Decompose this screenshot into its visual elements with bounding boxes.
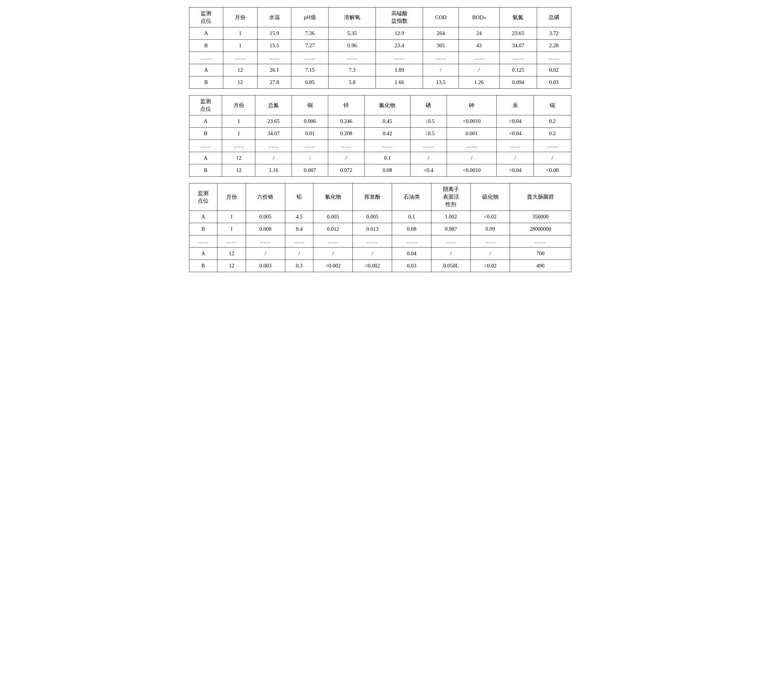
table-cell: 2.28 bbox=[537, 40, 571, 52]
table-cell: …… bbox=[423, 52, 459, 64]
table-cell: 0.2 bbox=[534, 128, 571, 140]
table-cell: <0.04 bbox=[497, 164, 534, 177]
table-cell: 0.003 bbox=[246, 260, 285, 272]
table-cell: 5.8 bbox=[329, 77, 376, 89]
table-cell: 0.987 bbox=[431, 223, 471, 235]
table-cell: 7.27 bbox=[291, 40, 329, 52]
table-header-cell: 监测点位 bbox=[189, 8, 223, 27]
table-row: A123.650.0060.2460.45〈0.5<0.0010<0.040.2 bbox=[189, 116, 571, 128]
table-cell: A bbox=[189, 116, 222, 128]
table-cell: …… bbox=[257, 52, 291, 64]
table-cell: 12 bbox=[223, 64, 257, 77]
table-cell: 1 bbox=[218, 211, 246, 223]
table-header-cell: 月份 bbox=[218, 183, 246, 211]
table-cell: <0.4 bbox=[411, 164, 447, 177]
table-cell: …… bbox=[189, 235, 218, 248]
table-cell: …… bbox=[218, 235, 246, 248]
table-header-cell: 硒 bbox=[411, 95, 447, 116]
table-cell: A bbox=[189, 27, 223, 40]
table-cell: 0.01 bbox=[292, 128, 328, 140]
table-cell: 0.04 bbox=[392, 248, 431, 260]
table-header-cell: 锌 bbox=[328, 95, 364, 116]
table-cell: 23.65 bbox=[500, 27, 537, 40]
table-cell: <0.04 bbox=[497, 116, 534, 128]
table-cell: …… bbox=[222, 140, 255, 152]
table-cell: 〈0.5 bbox=[411, 116, 447, 128]
table-cell: / bbox=[497, 152, 534, 164]
table-cell: 1.66 bbox=[376, 77, 423, 89]
table-cell: 〈0.5 bbox=[411, 128, 447, 140]
table-header-cell: 氰化物 bbox=[313, 183, 353, 211]
table-row: B134.070.010.2080.42〈0.50.001<0.040.2 bbox=[189, 128, 571, 140]
table-cell: 0.42 bbox=[364, 128, 410, 140]
table-cell: / bbox=[471, 248, 510, 260]
table2: 监测点位月份总氮铜锌氟化物硒砷汞镉A123.650.0060.2460.45〈0… bbox=[189, 95, 571, 177]
table-cell: 26.1 bbox=[257, 64, 291, 77]
table-cell: 1.89 bbox=[376, 64, 423, 77]
table-row: A10.0054.50.0050.0050.11.002<0.02350000 bbox=[189, 211, 571, 223]
table-cell: …… bbox=[291, 52, 329, 64]
table-row: A115.97.365.3512.92642423.653.72 bbox=[189, 27, 571, 40]
table-row: A1226.17.157.31.89//0.1250.02 bbox=[189, 64, 571, 77]
table-cell: 0.3 bbox=[285, 260, 313, 272]
table-cell: …… bbox=[392, 235, 431, 248]
table-cell: 24 bbox=[458, 27, 499, 40]
table-cell: …… bbox=[447, 140, 496, 152]
table-cell: 23.65 bbox=[255, 116, 292, 128]
table-cell: 0.08 bbox=[364, 164, 410, 177]
table-cell: A bbox=[189, 64, 223, 77]
table-cell: 1.16 bbox=[255, 164, 292, 177]
table-header-cell: 铅 bbox=[285, 183, 313, 211]
table3: 监测点位月份六价铬铅氰化物挥发酚石油类阴离子表面活性剂硫化物粪大肠菌群A10.0… bbox=[189, 183, 571, 272]
table-cell: 0.45 bbox=[364, 116, 410, 128]
table-header-cell: 硫化物 bbox=[471, 183, 510, 211]
table-cell: 1 bbox=[222, 116, 255, 128]
table-cell: / bbox=[423, 64, 459, 77]
table-cell: …… bbox=[376, 52, 423, 64]
table-cell: 27.8 bbox=[257, 77, 291, 89]
table-cell: / bbox=[534, 152, 571, 164]
table-header-cell: 总氮 bbox=[255, 95, 292, 116]
table-cell: 13.5 bbox=[423, 77, 459, 89]
table-cell: <0.08 bbox=[534, 164, 571, 177]
table-cell: 0.2 bbox=[534, 116, 571, 128]
table-cell: …… bbox=[223, 52, 257, 64]
table-cell: 7.3 bbox=[329, 64, 376, 77]
table-cell: 12 bbox=[222, 164, 255, 177]
table-header-cell: 氨氮 bbox=[500, 8, 537, 27]
ellipsis-row: …………………………………………………… bbox=[189, 140, 571, 152]
table-cell: …… bbox=[431, 235, 471, 248]
table-cell: 0.03 bbox=[392, 260, 431, 272]
table-row: B115.57.270.9623.43054334.072.28 bbox=[189, 40, 571, 52]
table-header-cell: BOD₅ bbox=[458, 8, 499, 27]
table-cell: 1 bbox=[223, 40, 257, 52]
table-cell: 0.007 bbox=[292, 164, 328, 177]
table-cell: 0.050L bbox=[431, 260, 471, 272]
table-header-cell: 氟化物 bbox=[364, 95, 410, 116]
table-cell: 6.85 bbox=[291, 77, 329, 89]
table-cell: 1 bbox=[218, 223, 246, 235]
table-cell: <0.02 bbox=[471, 211, 510, 223]
table-header-cell: 月份 bbox=[222, 95, 255, 116]
table-cell: <0.0010 bbox=[447, 164, 496, 177]
table-cell: 1 bbox=[222, 128, 255, 140]
table-cell: 0.1 bbox=[392, 211, 431, 223]
table-cell: B bbox=[189, 223, 218, 235]
table-header-cell: 镉 bbox=[534, 95, 571, 116]
table-cell: / bbox=[328, 152, 364, 164]
table-cell: <0.0010 bbox=[447, 116, 496, 128]
table-header-cell: 石油类 bbox=[392, 183, 431, 211]
table-cell: 7.15 bbox=[291, 64, 329, 77]
table-cell: 8.4 bbox=[285, 223, 313, 235]
table-cell: 264 bbox=[423, 27, 459, 40]
table-cell: 5.35 bbox=[329, 27, 376, 40]
table-cell: / bbox=[447, 152, 496, 164]
table-cell: 23.4 bbox=[376, 40, 423, 52]
table-header-cell: 水温 bbox=[257, 8, 291, 27]
table-cell: …… bbox=[458, 52, 499, 64]
table-cell: …… bbox=[364, 140, 410, 152]
table-cell: 490 bbox=[510, 260, 571, 272]
table-cell: …… bbox=[189, 140, 222, 152]
table-cell: 0.001 bbox=[447, 128, 496, 140]
table-cell: …… bbox=[411, 140, 447, 152]
